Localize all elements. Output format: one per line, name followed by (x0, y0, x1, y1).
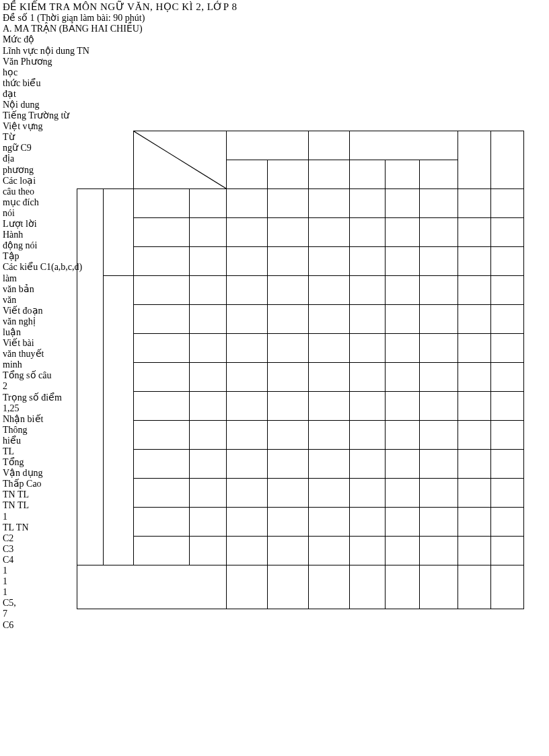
table-row (77, 305, 524, 334)
left-line: C6 (3, 620, 137, 631)
table-row (77, 537, 524, 565)
left-line: thức biểu (3, 78, 137, 89)
table-row (77, 565, 524, 609)
table-row (77, 189, 524, 218)
diagonal-header-cell (134, 131, 227, 189)
table-row (77, 363, 524, 392)
left-line: Mức độ (3, 34, 137, 45)
table-row (77, 247, 524, 276)
diagonal-line-icon (134, 131, 226, 188)
left-line: Nội dung (3, 100, 137, 110)
table-row (77, 479, 524, 508)
table-row (77, 450, 524, 479)
table-row (77, 392, 524, 421)
table-row (77, 218, 524, 247)
table-row (77, 421, 524, 450)
left-line: 7 (3, 609, 137, 619)
left-line: đạt (3, 89, 137, 100)
subtitle-2: A. MA TRẬN (BẢNG HAI CHIỀU) (3, 24, 137, 34)
page-title: ĐỀ KIỂM TRA MÔN NGỮ VĂN, HỌC KÌ 2, LỚP 8 (3, 1, 137, 13)
table-row (77, 276, 524, 305)
left-line: Tiếng Trường từ (3, 110, 137, 121)
subtitle-1: Đề số 1 (Thời gian làm bài: 90 phút) (3, 13, 137, 24)
table-row (77, 334, 524, 363)
left-line: học (3, 67, 137, 78)
table-row (77, 508, 524, 537)
left-line: Lĩnh vực nội dung TN (3, 46, 137, 57)
table-header-row (77, 131, 524, 160)
svg-line-0 (134, 131, 226, 188)
matrix-table (77, 131, 524, 609)
left-line: Văn Phương (3, 57, 137, 67)
